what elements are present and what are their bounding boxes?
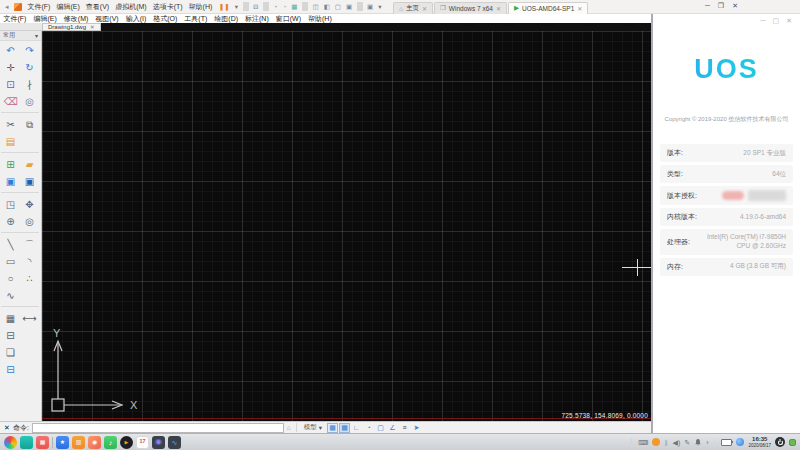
document-tab[interactable]: Drawing1.dwg ✕	[42, 23, 101, 31]
zoom-window-icon[interactable]: ◳	[1, 196, 20, 213]
print-preview-icon[interactable]: ❏	[1, 344, 20, 361]
command-close-icon[interactable]: ✕	[4, 424, 10, 432]
polar-toggle[interactable]: ◔	[363, 423, 374, 433]
redo-icon[interactable]: ↷	[20, 42, 39, 59]
command-input[interactable]	[32, 423, 284, 433]
cad-menu-item[interactable]: 帮助(H)	[305, 14, 336, 24]
snapshot-revert-icon[interactable]: ◔	[271, 3, 280, 10]
layout-tabs-icon[interactable]: ▢	[332, 3, 343, 11]
tray-expand-icon[interactable]: ›	[706, 439, 708, 446]
arc-icon[interactable]: ⌒	[20, 236, 39, 253]
bluetooth-icon[interactable]: ᛒ	[664, 439, 668, 446]
panel-close-icon[interactable]: ✕	[786, 17, 792, 25]
save-as-icon[interactable]: ▣	[20, 173, 39, 190]
panel-maximize-icon[interactable]: ▢	[773, 17, 780, 25]
collapse-toolbar-icon[interactable]: ◂	[3, 3, 11, 11]
break-icon[interactable]: ∤	[20, 76, 39, 93]
system-monitor-icon[interactable]: ∿	[168, 436, 181, 449]
vmware-menu-item[interactable]: 编辑(E)	[53, 2, 82, 12]
command-pin-icon[interactable]: ⌂	[287, 424, 291, 431]
copy-icon[interactable]: ⧉	[20, 116, 39, 133]
app-grid-icon[interactable]: ▦	[36, 436, 49, 449]
print-icon[interactable]: ⊟	[1, 361, 20, 378]
pause-caret-icon[interactable]: ▾	[232, 3, 240, 11]
lineweight-toggle[interactable]: ≡	[399, 423, 410, 433]
cad-menu-item[interactable]: 窗口(W)	[272, 14, 304, 24]
ortho-toggle[interactable]: ∟	[351, 423, 362, 433]
tab-windows7[interactable]: ❐ Windows 7 x64 ✕	[434, 2, 507, 14]
cad-menu-item[interactable]: 编辑(E)	[30, 14, 60, 24]
snapshot-manager-icon[interactable]: ▦	[289, 3, 300, 11]
otrack-toggle[interactable]: ∠	[387, 423, 398, 433]
tab-uos[interactable]: ▶ UOS-AMD64-SP1 ✕	[508, 2, 588, 14]
region-icon[interactable]: ◎	[20, 93, 39, 110]
update-icon[interactable]	[652, 438, 660, 446]
grid-toggle[interactable]: ▦	[339, 423, 350, 433]
albums-icon[interactable]: ▥	[72, 436, 85, 449]
tab-home[interactable]: ⌂ 主页 ✕	[393, 2, 433, 14]
layout-split-icon[interactable]: ◧	[321, 3, 332, 11]
paste-icon[interactable]: ▤	[1, 133, 20, 150]
layout-console-icon[interactable]: ◫	[310, 3, 321, 11]
spline-icon[interactable]: ∿	[1, 287, 20, 304]
unity-caret-icon[interactable]: ▾	[376, 3, 384, 11]
snap-toggle[interactable]: ▦	[327, 423, 338, 433]
battery-icon[interactable]	[721, 439, 732, 446]
panel-minimize-icon[interactable]: ─	[761, 17, 766, 24]
cad-menu-item[interactable]: 视图(V)	[92, 14, 122, 24]
layout-fullscreen-icon[interactable]: ▣	[343, 3, 354, 11]
show-desktop-icon[interactable]	[789, 439, 796, 446]
cut-icon[interactable]: ✂	[1, 116, 20, 133]
control-center-icon[interactable]: ◉	[152, 436, 165, 449]
cad-menu-item[interactable]: 格式(O)	[150, 14, 181, 24]
rectangle-icon[interactable]: ▭	[1, 253, 20, 270]
osnap-toggle[interactable]: ▢	[375, 423, 386, 433]
insert-block-icon[interactable]: ⊡	[1, 76, 20, 93]
vmware-menu-item[interactable]: 虚拟机(M)	[112, 2, 150, 12]
open-folder-icon[interactable]: ▰	[20, 156, 39, 173]
tool-palette-collapse-icon[interactable]: ▾	[35, 32, 38, 39]
cad-menu-item[interactable]: 标注(N)	[242, 14, 273, 24]
rotate-icon[interactable]: ↻	[20, 59, 39, 76]
tab-close-icon[interactable]: ✕	[496, 5, 501, 12]
drawing-canvas[interactable]: Y X 725.5738, 154.8069, 0.0000	[42, 31, 651, 421]
vmware-menu-item[interactable]: 帮助(H)	[186, 2, 216, 12]
launcher-icon[interactable]	[4, 436, 17, 449]
app-store-icon[interactable]: ★	[56, 436, 69, 449]
dimension-icon[interactable]: ⟷	[20, 310, 39, 327]
notification-bell-icon[interactable]	[694, 438, 702, 447]
shutdown-icon[interactable]	[775, 437, 785, 447]
snapshot-take-icon[interactable]: ◔	[280, 3, 289, 10]
save-icon[interactable]: ▣	[1, 173, 20, 190]
file-manager-icon[interactable]	[20, 436, 33, 449]
point-icon[interactable]: ∴	[20, 270, 39, 287]
network-icon[interactable]	[736, 438, 744, 446]
tool-palette-header[interactable]: 常用 ▾	[0, 31, 41, 41]
pause-icon[interactable]: ❚❚	[216, 3, 232, 11]
pan-icon[interactable]: ✥	[20, 196, 39, 213]
cad-menu-item[interactable]: 修改(M)	[60, 14, 92, 24]
line-icon[interactable]: ╲	[1, 236, 20, 253]
vmware-menu-item[interactable]: 查看(V)	[83, 2, 112, 12]
input-method-icon[interactable]: ✎	[684, 439, 690, 446]
printer-icon[interactable]: ⊟	[251, 3, 261, 11]
vm-minimize-icon[interactable]: ─	[705, 2, 710, 10]
selection-cursor-toggle[interactable]: ➤	[411, 423, 422, 433]
fillet-icon[interactable]: ◝	[20, 253, 39, 270]
erase-icon[interactable]: ⌫	[1, 93, 20, 110]
cad-menu-item[interactable]: 绘图(D)	[211, 14, 242, 24]
volume-icon[interactable]: ◀)	[673, 439, 681, 446]
vm-close-icon[interactable]: ✕	[732, 2, 738, 10]
clock[interactable]: 16:35 2020/08/17	[748, 436, 771, 448]
vm-restore-icon[interactable]: ❐	[718, 2, 724, 10]
calendar-icon[interactable]: 17	[136, 436, 149, 449]
cad-menu-item[interactable]: 输入(I)	[122, 14, 150, 24]
document-tab-close-icon[interactable]: ✕	[90, 24, 95, 30]
unity-icon[interactable]: ▣	[365, 3, 376, 11]
image-icon[interactable]: ▦	[1, 310, 20, 327]
cad-menu-item[interactable]: 文件(F)	[0, 14, 30, 24]
new-file-icon[interactable]: ⊞	[1, 156, 20, 173]
vmware-menu-item[interactable]: 选项卡(T)	[150, 2, 186, 12]
cad-menu-item[interactable]: 工具(T)	[181, 14, 211, 24]
zoom-extents-icon[interactable]: ◎	[20, 213, 39, 230]
